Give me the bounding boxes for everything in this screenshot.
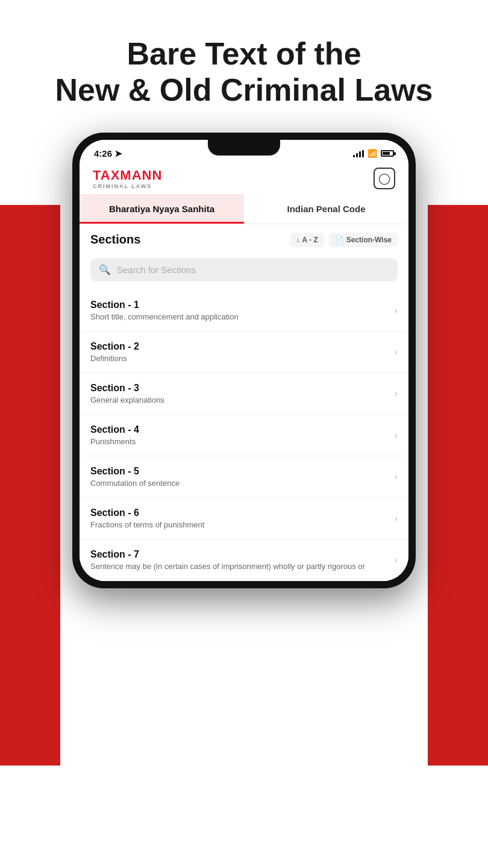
sections-controls: ↓ A - Z 📄 Section-Wise	[290, 233, 398, 247]
phone-inner: 4:26 ➤ 📶	[80, 140, 408, 581]
section-item-5[interactable]: Section - 5 Commutation of sentence ›	[80, 456, 408, 498]
section-item-2[interactable]: Section - 2 Definitions ›	[80, 332, 408, 373]
section-4-number: Section - 4	[90, 424, 395, 435]
status-icons: 📶	[353, 149, 394, 158]
section-1-desc: Short title, commencement and applicatio…	[90, 312, 395, 321]
chevron-right-icon-1: ›	[395, 305, 398, 316]
section-item-1[interactable]: Section - 1 Short title, commencement an…	[80, 290, 408, 332]
chevron-right-icon-7: ›	[395, 555, 398, 565]
tab-ipc[interactable]: Indian Penal Code	[244, 194, 408, 224]
section-item-3[interactable]: Section - 3 General explanations ›	[80, 373, 408, 415]
section-3-number: Section - 3	[90, 383, 395, 394]
search-icon: 🔍	[99, 264, 111, 275]
tab-bar: Bharatiya Nyaya Sanhita Indian Penal Cod…	[80, 194, 408, 224]
sort-icon: ↓	[296, 236, 300, 244]
section-list: Section - 1 Short title, commencement an…	[80, 290, 408, 581]
section-item-4-content: Section - 4 Punishments	[90, 424, 395, 446]
user-icon-button[interactable]: ◯	[374, 168, 395, 189]
section-item-3-content: Section - 3 General explanations	[90, 383, 395, 404]
section-item-7[interactable]: Section - 7 Sentence may be (in certain …	[80, 539, 408, 581]
criminal-laws-subtitle: CRIMINAL LAWS	[93, 183, 162, 189]
section-7-number: Section - 7	[90, 549, 395, 560]
sort-az-button[interactable]: ↓ A - Z	[290, 233, 324, 247]
phone-notch	[208, 140, 280, 156]
section-item-6[interactable]: Section - 6 Fractions of terms of punish…	[80, 498, 408, 539]
section-wise-button[interactable]: 📄 Section-Wise	[329, 233, 398, 247]
section-5-desc: Commutation of sentence	[90, 479, 395, 488]
section-5-number: Section - 5	[90, 466, 395, 477]
search-placeholder: Search for Sections	[117, 265, 196, 275]
chevron-right-icon-3: ›	[395, 388, 398, 399]
section-6-number: Section - 6	[90, 508, 395, 518]
section-7-desc: Sentence may be (in certain cases of imp…	[90, 562, 395, 571]
section-item-4[interactable]: Section - 4 Punishments ›	[80, 415, 408, 456]
user-icon: ◯	[378, 172, 390, 185]
section-1-number: Section - 1	[90, 300, 395, 310]
search-container: 🔍 Search for Sections	[80, 256, 408, 290]
section-6-desc: Fractions of terms of punishment	[90, 520, 395, 529]
sort-label: A - Z	[302, 236, 318, 244]
signal-icon	[353, 150, 364, 157]
sections-header: Sections ↓ A - Z 📄 Section-Wise	[80, 224, 408, 256]
search-box[interactable]: 🔍 Search for Sections	[90, 258, 398, 281]
section-item-1-content: Section - 1 Short title, commencement an…	[90, 300, 395, 321]
chevron-right-icon-2: ›	[395, 347, 398, 357]
section-wise-label: Section-Wise	[346, 236, 392, 244]
section-item-7-content: Section - 7 Sentence may be (in certain …	[90, 549, 395, 571]
section-item-2-content: Section - 2 Definitions	[90, 341, 395, 363]
tab-bns[interactable]: Bharatiya Nyaya Sanhita	[80, 194, 244, 224]
chevron-right-icon-5: ›	[395, 471, 398, 482]
section-3-desc: General explanations	[90, 395, 395, 404]
wifi-icon: 📶	[368, 149, 377, 158]
section-4-desc: Punishments	[90, 437, 395, 446]
battery-icon	[381, 150, 394, 157]
hero-section: Bare Text of the New & Old Criminal Laws	[0, 0, 488, 133]
section-item-6-content: Section - 6 Fractions of terms of punish…	[90, 508, 395, 529]
section-wise-icon: 📄	[335, 236, 344, 244]
section-item-5-content: Section - 5 Commutation of sentence	[90, 466, 395, 488]
taxmann-logo-text: TAXMANN	[93, 168, 162, 183]
phone-background: 4:26 ➤ 📶	[0, 133, 488, 766]
phone-wrapper: 4:26 ➤ 📶	[0, 133, 488, 588]
phone-shell: 4:26 ➤ 📶	[72, 133, 416, 588]
section-2-number: Section - 2	[90, 341, 395, 352]
status-time: 4:26 ➤	[94, 148, 122, 159]
taxmann-logo: TAXMANN CRIMINAL LAWS	[93, 168, 162, 189]
chevron-right-icon-4: ›	[395, 430, 398, 441]
chevron-right-icon-6: ›	[395, 513, 398, 524]
sections-title: Sections	[90, 233, 140, 247]
section-2-desc: Definitions	[90, 354, 395, 363]
app-header: TAXMANN CRIMINAL LAWS ◯	[80, 163, 408, 194]
hero-title: Bare Text of the New & Old Criminal Laws	[36, 36, 452, 108]
